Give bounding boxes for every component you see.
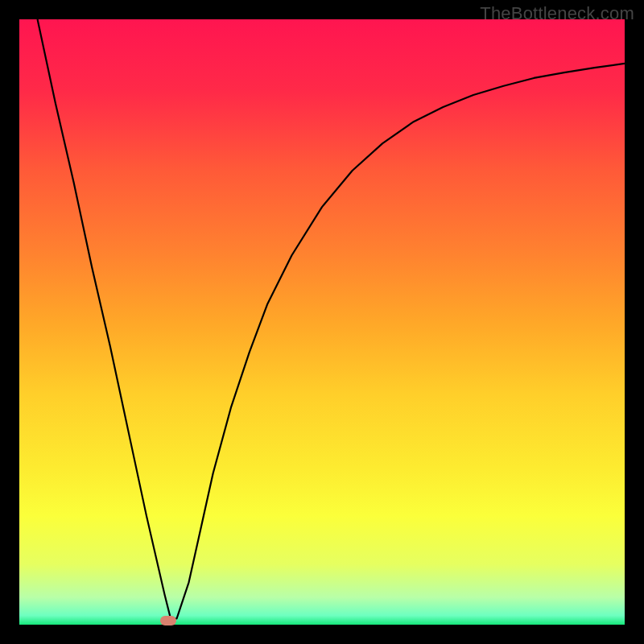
chart-frame <box>19 19 625 625</box>
bottleneck-marker <box>160 616 176 625</box>
gradient-bg <box>19 19 625 625</box>
chart-svg <box>19 19 625 625</box>
